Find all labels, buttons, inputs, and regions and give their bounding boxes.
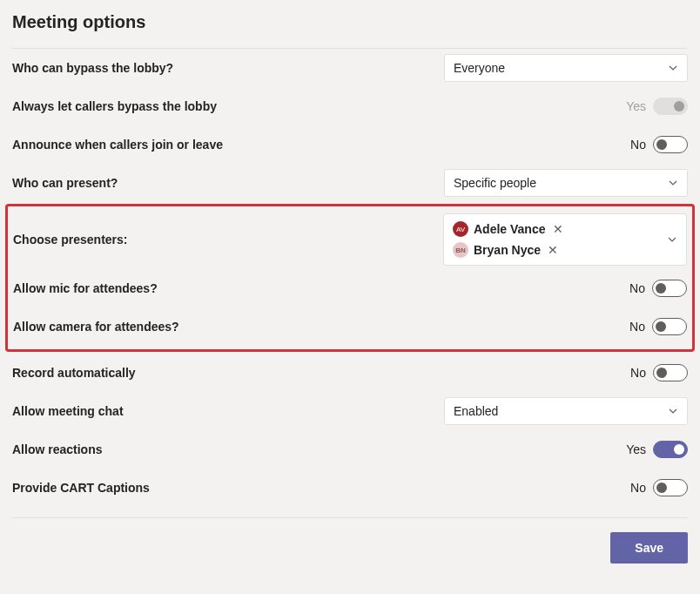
presenter-chip: AV Adele Vance ✕	[453, 221, 563, 237]
remove-chip-icon[interactable]: ✕	[553, 222, 563, 236]
row-choose-presenters: Choose presenters: AV Adele Vance ✕ BN B…	[13, 210, 687, 269]
label-announce-callers: Announce when callers join or leave	[12, 138, 223, 152]
label-record-auto: Record automatically	[12, 366, 136, 380]
label-callers-bypass: Always let callers bypass the lobby	[12, 99, 217, 113]
save-button[interactable]: Save	[610, 532, 688, 564]
remove-chip-icon[interactable]: ✕	[548, 243, 558, 257]
toggle-allow-camera[interactable]	[652, 318, 687, 335]
toggle-state-label: No	[630, 138, 646, 152]
row-allow-camera: Allow camera for attendees? No	[13, 307, 687, 346]
select-value: Enabled	[454, 404, 498, 418]
row-allow-mic: Allow mic for attendees? No	[13, 269, 687, 307]
row-bypass-lobby: Who can bypass the lobby? Everyone	[12, 49, 688, 87]
row-cart-captions: Provide CART Captions No	[12, 469, 688, 507]
label-who-present: Who can present?	[12, 176, 118, 190]
row-announce-callers: Announce when callers join or leave No	[12, 125, 688, 164]
toggle-allow-reactions[interactable]	[653, 441, 688, 458]
toggle-group-callers-bypass: Yes	[626, 98, 688, 115]
toggle-announce-callers[interactable]	[653, 136, 688, 153]
toggle-group-camera: No	[629, 318, 687, 335]
label-allow-camera: Allow camera for attendees?	[13, 320, 179, 334]
toggle-group-record: No	[630, 364, 688, 381]
toggle-state-label: Yes	[626, 99, 646, 113]
toggle-state-label: No	[629, 320, 645, 334]
row-who-present: Who can present? Specific people	[12, 164, 688, 202]
label-bypass-lobby: Who can bypass the lobby?	[12, 61, 173, 75]
select-bypass-lobby[interactable]: Everyone	[444, 54, 688, 82]
toggle-state-label: No	[630, 366, 646, 380]
toggle-record-auto[interactable]	[653, 364, 688, 381]
page-title: Meeting options	[12, 12, 688, 32]
select-value: Specific people	[454, 176, 536, 190]
presenter-chip: BN Bryan Nyce ✕	[453, 242, 563, 258]
label-cart-captions: Provide CART Captions	[12, 481, 150, 495]
select-allow-chat[interactable]: Enabled	[444, 397, 688, 425]
label-allow-mic: Allow mic for attendees?	[13, 281, 158, 295]
label-allow-reactions: Allow reactions	[12, 442, 102, 456]
chevron-down-icon	[668, 178, 678, 188]
chip-name: Bryan Nyce	[474, 243, 541, 257]
chevron-down-icon	[668, 406, 678, 416]
row-record-auto: Record automatically No	[12, 354, 688, 392]
select-value: Everyone	[454, 61, 505, 75]
toggle-state-label: No	[630, 481, 646, 495]
avatar: BN	[453, 242, 468, 258]
row-callers-bypass: Always let callers bypass the lobby Yes	[12, 87, 688, 125]
chip-name: Adele Vance	[474, 222, 546, 236]
toggle-state-label: No	[629, 281, 645, 295]
avatar: AV	[453, 221, 468, 237]
presenters-picker[interactable]: AV Adele Vance ✕ BN Bryan Nyce ✕	[443, 213, 687, 266]
chevron-down-icon	[668, 63, 678, 73]
chevron-down-icon	[667, 234, 677, 245]
toggle-group-announce: No	[630, 136, 688, 153]
label-choose-presenters: Choose presenters:	[13, 233, 127, 246]
divider	[12, 517, 688, 518]
toggle-group-mic: No	[629, 280, 687, 297]
toggle-cart-captions[interactable]	[653, 479, 688, 496]
label-allow-chat: Allow meeting chat	[12, 404, 124, 418]
presenter-chips: AV Adele Vance ✕ BN Bryan Nyce ✕	[453, 221, 563, 258]
toggle-group-reactions: Yes	[626, 441, 688, 458]
toggle-group-cart: No	[630, 479, 688, 496]
toggle-allow-mic[interactable]	[652, 280, 687, 297]
row-allow-reactions: Allow reactions Yes	[12, 430, 688, 469]
row-allow-chat: Allow meeting chat Enabled	[12, 392, 688, 430]
toggle-callers-bypass	[653, 98, 688, 115]
toggle-state-label: Yes	[626, 442, 646, 456]
select-who-present[interactable]: Specific people	[444, 169, 688, 197]
highlight-box: Choose presenters: AV Adele Vance ✕ BN B…	[5, 204, 695, 352]
